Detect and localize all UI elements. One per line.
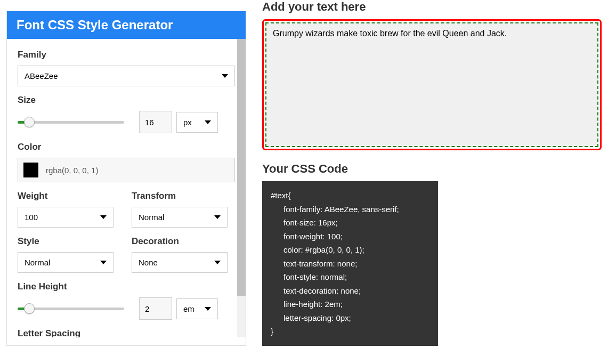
weight-label: Weight [18, 191, 121, 201]
slider-thumb-icon[interactable] [24, 303, 35, 314]
chevron-down-icon [205, 307, 211, 311]
scrollbar-thumb[interactable] [237, 39, 246, 296]
preview-box: Grumpy wizards make toxic brew for the e… [262, 19, 602, 150]
family-select[interactable]: ABeeZee [18, 66, 235, 86]
generator-panel: Font CSS Style Generator Family ABeeZee … [6, 11, 246, 346]
css-line: text-decoration: none; [271, 284, 429, 298]
chevron-down-icon [100, 261, 107, 264]
chevron-down-icon [214, 261, 221, 264]
css-line: font-family: ABeeZee, sans-serif; [271, 203, 429, 216]
decoration-value: None [139, 258, 158, 267]
transform-select[interactable]: Normal [132, 207, 228, 228]
css-line: font-style: normal; [271, 270, 429, 284]
css-line: font-size: 16px; [271, 216, 429, 230]
scrollbar[interactable] [237, 39, 246, 337]
css-line: letter-spacing: 0px; [271, 311, 429, 325]
slider-thumb-icon[interactable] [24, 117, 35, 127]
transform-label: Transform [132, 191, 235, 201]
preview-text: Grumpy wizards make toxic brew for the e… [273, 29, 507, 38]
weight-select[interactable]: 100 [18, 207, 114, 228]
css-heading: Your CSS Code [262, 162, 602, 176]
lineheight-input[interactable] [139, 297, 172, 320]
chevron-down-icon [222, 74, 228, 78]
panel-title: Font CSS Style Generator [7, 11, 246, 39]
lineheight-unit-select[interactable]: em [176, 298, 218, 319]
lineheight-slider[interactable] [18, 302, 124, 315]
css-line: text-transform: none; [271, 257, 429, 271]
size-unit-select[interactable]: px [176, 112, 218, 133]
family-value: ABeeZee [25, 71, 58, 80]
preview-text-area[interactable]: Grumpy wizards make toxic brew for the e… [265, 22, 598, 147]
preview-heading: Add your text here [262, 0, 602, 14]
css-output[interactable]: #text{ font-family: ABeeZee, sans-serif;… [262, 181, 438, 346]
css-line: color: #rgba(0, 0, 0, 1); [271, 243, 429, 257]
decoration-label: Decoration [132, 236, 235, 247]
chevron-down-icon [100, 215, 107, 219]
color-swatch[interactable] [23, 163, 38, 177]
size-label: Size [18, 95, 235, 106]
style-label: Style [18, 236, 121, 247]
css-line: font-weight: 100; [271, 230, 429, 244]
family-label: Family [18, 50, 235, 60]
lineheight-label: Line Height [18, 281, 235, 292]
size-unit-value: px [183, 118, 192, 127]
css-line: #text{ [271, 189, 429, 203]
color-value: rgba(0, 0, 0, 1) [46, 166, 98, 175]
style-select[interactable]: Normal [18, 252, 114, 273]
size-input[interactable] [139, 111, 172, 133]
color-input[interactable]: rgba(0, 0, 0, 1) [18, 158, 235, 182]
style-value: Normal [25, 258, 50, 267]
weight-value: 100 [25, 213, 38, 222]
decoration-select[interactable]: None [132, 252, 228, 273]
size-slider[interactable] [18, 116, 124, 128]
letterspacing-label: Letter Spacing [18, 328, 235, 337]
chevron-down-icon [214, 215, 221, 219]
lineheight-unit-value: em [183, 304, 194, 313]
color-label: Color [18, 142, 235, 152]
css-line: line-height: 2em; [271, 297, 429, 311]
chevron-down-icon [205, 120, 211, 124]
transform-value: Normal [139, 213, 164, 222]
css-line: } [271, 325, 429, 338]
